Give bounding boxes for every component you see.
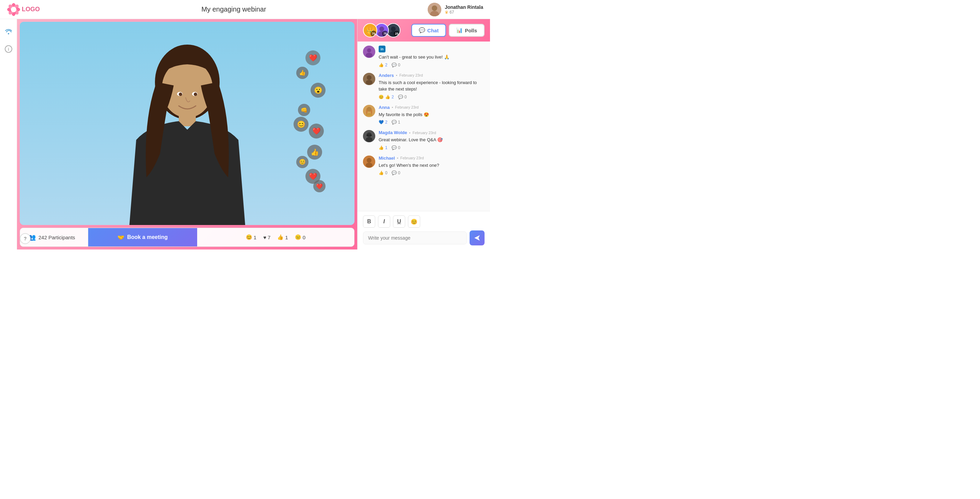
video-background: ❤️ 👍 😮 👊 😊 ❤️ 👍 😊 ❤️ ❤️ bbox=[20, 22, 355, 225]
crown-icon: ♛ bbox=[445, 10, 449, 14]
svg-point-43 bbox=[367, 158, 372, 163]
msg-2-text: This is such a cool experience - looking… bbox=[379, 79, 485, 92]
italic-button[interactable]: I bbox=[378, 216, 390, 228]
chat-message-5: Michael • February 23rd Let's go! When's… bbox=[363, 156, 485, 176]
info-sidebar-icon[interactable]: i bbox=[3, 44, 14, 54]
msg-1-content: in Can't wait - great to see you live! 🙏… bbox=[379, 46, 485, 67]
svg-point-44 bbox=[366, 163, 372, 167]
send-button[interactable] bbox=[469, 230, 485, 245]
text-formatting: B I U 😊 bbox=[363, 216, 485, 228]
msg-1-comment-count: 0 bbox=[398, 63, 401, 67]
msg-2-actions[interactable]: 😊 👍 2 💬 0 bbox=[379, 95, 485, 99]
reaction-thumb-count: 👍 1 bbox=[277, 234, 288, 240]
svg-point-33 bbox=[366, 80, 372, 85]
wifi-sidebar-icon[interactable] bbox=[3, 26, 14, 37]
reaction-thumb-2: 👊 bbox=[298, 104, 310, 116]
msg-3-actions[interactable]: 💙 2 💬 1 bbox=[379, 120, 485, 125]
like-icon-5: 👍 bbox=[379, 170, 384, 175]
reaction-smile-count: 😊 1 bbox=[246, 234, 256, 240]
msg-3-text: My favorite is the polls 😍 bbox=[379, 111, 485, 118]
reaction-heart-1: ❤️ bbox=[305, 50, 320, 65]
linkedin-badge: in bbox=[379, 46, 385, 52]
msg-4-time: February 23rd bbox=[412, 131, 436, 135]
person-silhouette bbox=[116, 34, 259, 225]
msg-2-header: Anders • February 23rd bbox=[379, 73, 485, 78]
help-button[interactable]: ? bbox=[20, 233, 31, 244]
user-score: ♛ 67 bbox=[445, 10, 483, 14]
left-sidebar: i bbox=[0, 19, 17, 249]
chat-message-1: in Can't wait - great to see you live! 🙏… bbox=[363, 46, 485, 67]
msg-5-time: February 23rd bbox=[401, 156, 424, 160]
msg-5-like[interactable]: 👍 0 bbox=[379, 170, 388, 175]
msg-3-comment-count: 1 bbox=[398, 120, 401, 125]
svg-point-20 bbox=[179, 92, 182, 96]
reaction-wow: 😮 bbox=[310, 83, 326, 98]
chat-tab[interactable]: 💬 Chat bbox=[411, 24, 446, 37]
underline-button[interactable]: U bbox=[393, 216, 405, 228]
msg-4-like[interactable]: 👍 1 bbox=[379, 145, 388, 150]
emoji-button[interactable]: 😊 bbox=[408, 216, 420, 228]
svg-rect-39 bbox=[366, 135, 369, 136]
msg-4-comment-count: 0 bbox=[398, 145, 401, 150]
webinar-title: My engaging webinar bbox=[202, 5, 266, 13]
msg-5-content: Michael • February 23rd Let's go! When's… bbox=[379, 156, 485, 176]
msg-avatar-3 bbox=[363, 105, 375, 117]
msg-5-header: Michael • February 23rd bbox=[379, 156, 485, 161]
like-icon-2: 👍 bbox=[385, 95, 390, 99]
send-icon bbox=[474, 235, 480, 242]
right-panel: 👑 75 75 bbox=[357, 19, 490, 249]
svg-point-10 bbox=[432, 5, 437, 11]
msg-1-comment[interactable]: 💬 0 bbox=[391, 63, 401, 67]
comment-icon-4: 💬 bbox=[391, 145, 397, 150]
attendee-avatar-1: 👑 75 bbox=[363, 23, 377, 37]
logo-area: LOGO bbox=[7, 3, 40, 16]
msg-3-comment[interactable]: 💬 1 bbox=[391, 120, 401, 125]
panel-tabs: 💬 Chat 📊 Polls bbox=[411, 24, 485, 37]
msg-1-like[interactable]: 👍 2 bbox=[379, 63, 388, 67]
msg-avatar-1 bbox=[363, 46, 375, 58]
msg-1-text: Can't wait - great to see you live! 🙏 bbox=[379, 54, 485, 60]
msg-2-comment[interactable]: 💬 0 bbox=[398, 95, 407, 99]
msg-2-like[interactable]: 😊 👍 2 bbox=[379, 95, 394, 99]
user-area: Jonathan Rintala ♛ 67 bbox=[428, 3, 483, 16]
reaction-heart-2: ❤️ bbox=[309, 124, 324, 138]
msg-5-comment-count: 0 bbox=[398, 170, 401, 175]
msg-5-comment[interactable]: 💬 0 bbox=[391, 170, 401, 175]
logo-text: LOGO bbox=[22, 6, 40, 13]
svg-point-21 bbox=[194, 92, 197, 96]
reaction-thumb-1: 👍 bbox=[296, 67, 309, 79]
msg-5-text: Let's go! When's the next one? bbox=[379, 162, 485, 169]
msg-3-like[interactable]: 💙 2 bbox=[379, 120, 388, 125]
floating-reactions: ❤️ 👍 😮 👊 😊 ❤️ 👍 😊 ❤️ ❤️ bbox=[293, 42, 327, 205]
main-content: i bbox=[0, 19, 490, 249]
msg-4-header: Magda Wolde • February 23rd bbox=[379, 130, 485, 135]
bold-button[interactable]: B bbox=[363, 216, 375, 228]
user-avatar-icon bbox=[428, 3, 441, 16]
message-input[interactable] bbox=[363, 232, 467, 245]
panel-header: 👑 75 75 bbox=[358, 19, 490, 41]
svg-point-29 bbox=[367, 48, 371, 52]
input-row bbox=[363, 230, 485, 245]
msg-4-actions[interactable]: 👍 1 💬 0 bbox=[379, 145, 485, 150]
msg-5-actions[interactable]: 👍 0 💬 0 bbox=[379, 170, 485, 175]
avatar bbox=[428, 3, 441, 16]
attendee-avatars: 👑 75 75 bbox=[363, 23, 401, 37]
svg-point-8 bbox=[11, 7, 16, 12]
svg-point-30 bbox=[366, 53, 372, 57]
polls-tab[interactable]: 📊 Polls bbox=[449, 24, 485, 37]
reaction-thumb-3: 👍 bbox=[307, 145, 322, 160]
msg-avatar-4 bbox=[363, 130, 375, 142]
user-name: Jonathan Rintala bbox=[445, 5, 483, 10]
msg-1-like-count: 2 bbox=[385, 63, 388, 67]
msg-3-content: Anna • February 23rd My favorite is the … bbox=[379, 105, 485, 125]
msg-1-header: in bbox=[379, 46, 485, 52]
book-meeting-button[interactable]: 🤝 Book a meeting bbox=[88, 228, 197, 246]
msg-2-comment-count: 0 bbox=[404, 95, 407, 99]
handshake-icon: 🤝 bbox=[118, 234, 124, 241]
msg-4-content: Magda Wolde • February 23rd Great webina… bbox=[379, 130, 485, 150]
msg-4-like-count: 1 bbox=[385, 145, 388, 150]
msg-3-header: Anna • February 23rd bbox=[379, 105, 485, 110]
msg-4-comment[interactable]: 💬 0 bbox=[391, 145, 401, 150]
msg-1-actions[interactable]: 👍 2 💬 0 bbox=[379, 63, 485, 67]
svg-point-12 bbox=[8, 33, 9, 34]
